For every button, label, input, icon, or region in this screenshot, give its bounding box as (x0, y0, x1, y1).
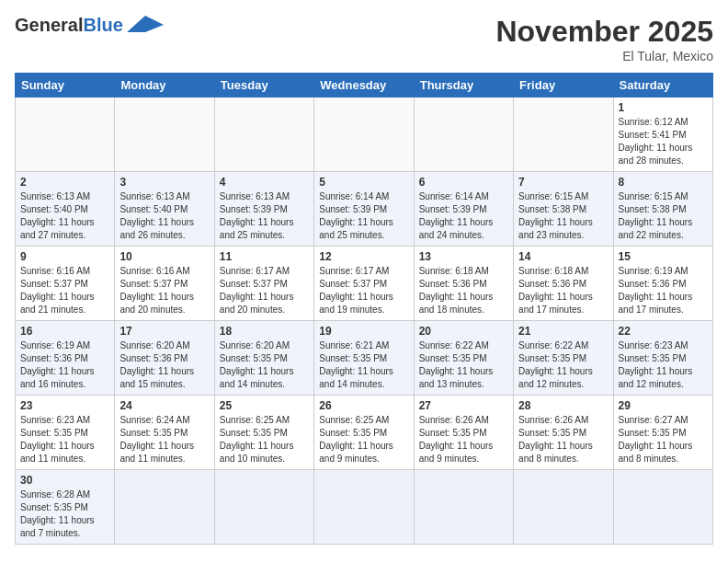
calendar-cell: 3Sunrise: 6:13 AM Sunset: 5:40 PM Daylig… (115, 172, 214, 247)
calendar-cell: 28Sunrise: 6:26 AM Sunset: 5:35 PM Dayli… (514, 396, 613, 470)
day-number: 15 (619, 250, 708, 263)
location: El Tular, Mexico (495, 49, 713, 63)
day-number: 20 (419, 325, 508, 338)
calendar-cell (414, 470, 513, 545)
calendar-cell: 16Sunrise: 6:19 AM Sunset: 5:36 PM Dayli… (16, 321, 115, 396)
calendar-cell: 24Sunrise: 6:24 AM Sunset: 5:35 PM Dayli… (115, 396, 214, 470)
day-info: Sunrise: 6:14 AM Sunset: 5:39 PM Dayligh… (319, 190, 408, 242)
calendar-week-row: 30Sunrise: 6:28 AM Sunset: 5:35 PM Dayli… (16, 470, 713, 545)
day-info: Sunrise: 6:26 AM Sunset: 5:35 PM Dayligh… (419, 414, 508, 465)
day-number: 16 (20, 325, 109, 338)
weekday-header-sunday: Sunday (16, 74, 115, 98)
day-number: 4 (220, 176, 309, 189)
calendar-cell: 26Sunrise: 6:25 AM Sunset: 5:35 PM Dayli… (314, 396, 414, 470)
day-info: Sunrise: 6:13 AM Sunset: 5:40 PM Dayligh… (20, 190, 109, 242)
day-info: Sunrise: 6:27 AM Sunset: 5:35 PM Dayligh… (619, 414, 708, 465)
day-number: 3 (119, 176, 209, 189)
day-number: 13 (419, 250, 508, 263)
day-number: 27 (419, 399, 508, 412)
calendar-header-row: SundayMondayTuesdayWednesdayThursdayFrid… (16, 74, 713, 98)
day-number: 12 (319, 250, 408, 263)
calendar-cell: 25Sunrise: 6:25 AM Sunset: 5:35 PM Dayli… (214, 396, 313, 470)
day-number: 11 (220, 250, 309, 263)
calendar-cell: 23Sunrise: 6:23 AM Sunset: 5:35 PM Dayli… (16, 396, 115, 470)
calendar-cell: 10Sunrise: 6:16 AM Sunset: 5:37 PM Dayli… (115, 247, 214, 321)
day-info: Sunrise: 6:24 AM Sunset: 5:35 PM Dayligh… (119, 414, 209, 465)
calendar-week-row: 9Sunrise: 6:16 AM Sunset: 5:37 PM Daylig… (16, 247, 713, 321)
calendar-cell (613, 470, 712, 545)
calendar-cell: 11Sunrise: 6:17 AM Sunset: 5:37 PM Dayli… (214, 247, 313, 321)
day-number: 18 (220, 325, 309, 338)
day-number: 14 (518, 250, 608, 263)
calendar-cell: 15Sunrise: 6:19 AM Sunset: 5:36 PM Dayli… (613, 247, 712, 321)
day-info: Sunrise: 6:21 AM Sunset: 5:35 PM Dayligh… (319, 339, 408, 391)
calendar-cell: 1Sunrise: 6:12 AM Sunset: 5:41 PM Daylig… (613, 98, 712, 172)
day-number: 8 (619, 176, 708, 189)
day-number: 22 (619, 325, 708, 338)
day-info: Sunrise: 6:13 AM Sunset: 5:39 PM Dayligh… (220, 190, 309, 242)
day-info: Sunrise: 6:13 AM Sunset: 5:40 PM Dayligh… (119, 190, 209, 242)
weekday-header-tuesday: Tuesday (214, 74, 313, 98)
day-info: Sunrise: 6:20 AM Sunset: 5:35 PM Dayligh… (220, 339, 309, 391)
logo-icon (127, 16, 164, 32)
calendar-cell: 17Sunrise: 6:20 AM Sunset: 5:36 PM Dayli… (115, 321, 214, 396)
day-info: Sunrise: 6:17 AM Sunset: 5:37 PM Dayligh… (319, 265, 408, 316)
calendar-cell: 20Sunrise: 6:22 AM Sunset: 5:35 PM Dayli… (414, 321, 513, 396)
day-number: 19 (319, 325, 408, 338)
calendar-week-row: 16Sunrise: 6:19 AM Sunset: 5:36 PM Dayli… (16, 321, 713, 396)
day-number: 1 (619, 101, 708, 114)
day-number: 21 (518, 325, 608, 338)
day-number: 2 (20, 176, 109, 189)
calendar-cell: 4Sunrise: 6:13 AM Sunset: 5:39 PM Daylig… (214, 172, 313, 247)
day-number: 26 (319, 399, 408, 412)
calendar-cell (115, 470, 214, 545)
day-number: 29 (619, 399, 708, 412)
calendar-cell: 5Sunrise: 6:14 AM Sunset: 5:39 PM Daylig… (314, 172, 414, 247)
calendar-week-row: 1Sunrise: 6:12 AM Sunset: 5:41 PM Daylig… (16, 98, 713, 172)
calendar-cell: 9Sunrise: 6:16 AM Sunset: 5:37 PM Daylig… (16, 247, 115, 321)
page-header: General Blue November 2025 El Tular, Mex… (15, 15, 713, 63)
calendar-cell: 21Sunrise: 6:22 AM Sunset: 5:35 PM Dayli… (514, 321, 613, 396)
day-info: Sunrise: 6:12 AM Sunset: 5:41 PM Dayligh… (619, 116, 708, 167)
day-info: Sunrise: 6:18 AM Sunset: 5:36 PM Dayligh… (518, 265, 608, 316)
weekday-header-wednesday: Wednesday (314, 74, 414, 98)
day-info: Sunrise: 6:22 AM Sunset: 5:35 PM Dayligh… (419, 339, 508, 391)
calendar-cell (115, 98, 214, 172)
logo-general: General (15, 15, 83, 36)
weekday-header-thursday: Thursday (414, 74, 513, 98)
calendar-cell: 22Sunrise: 6:23 AM Sunset: 5:35 PM Dayli… (613, 321, 712, 396)
day-info: Sunrise: 6:25 AM Sunset: 5:35 PM Dayligh… (319, 414, 408, 465)
day-number: 17 (119, 325, 209, 338)
day-info: Sunrise: 6:19 AM Sunset: 5:36 PM Dayligh… (20, 339, 109, 391)
day-info: Sunrise: 6:22 AM Sunset: 5:35 PM Dayligh… (518, 339, 608, 391)
day-number: 7 (518, 176, 608, 189)
calendar-week-row: 23Sunrise: 6:23 AM Sunset: 5:35 PM Dayli… (16, 396, 713, 470)
logo: General Blue (15, 15, 164, 36)
day-number: 28 (518, 399, 608, 412)
day-number: 9 (20, 250, 109, 263)
calendar-week-row: 2Sunrise: 6:13 AM Sunset: 5:40 PM Daylig… (16, 172, 713, 247)
day-info: Sunrise: 6:20 AM Sunset: 5:36 PM Dayligh… (119, 339, 209, 391)
month-title: November 2025 (495, 15, 713, 49)
calendar-cell: 13Sunrise: 6:18 AM Sunset: 5:36 PM Dayli… (414, 247, 513, 321)
day-info: Sunrise: 6:23 AM Sunset: 5:35 PM Dayligh… (20, 414, 109, 465)
day-info: Sunrise: 6:19 AM Sunset: 5:36 PM Dayligh… (619, 265, 708, 316)
day-number: 10 (119, 250, 209, 263)
day-number: 6 (419, 176, 508, 189)
day-info: Sunrise: 6:16 AM Sunset: 5:37 PM Dayligh… (20, 265, 109, 316)
calendar-table: SundayMondayTuesdayWednesdayThursdayFrid… (15, 73, 713, 545)
calendar-cell: 8Sunrise: 6:15 AM Sunset: 5:38 PM Daylig… (613, 172, 712, 247)
day-info: Sunrise: 6:26 AM Sunset: 5:35 PM Dayligh… (518, 414, 608, 465)
calendar-cell (214, 470, 313, 545)
calendar-cell (514, 98, 613, 172)
weekday-header-saturday: Saturday (613, 74, 712, 98)
day-number: 30 (20, 474, 109, 487)
calendar-cell: 6Sunrise: 6:14 AM Sunset: 5:39 PM Daylig… (414, 172, 513, 247)
day-info: Sunrise: 6:15 AM Sunset: 5:38 PM Dayligh… (518, 190, 608, 242)
day-number: 23 (20, 399, 109, 412)
weekday-header-friday: Friday (514, 74, 613, 98)
day-info: Sunrise: 6:17 AM Sunset: 5:37 PM Dayligh… (220, 265, 309, 316)
calendar-cell: 19Sunrise: 6:21 AM Sunset: 5:35 PM Dayli… (314, 321, 414, 396)
calendar-cell (314, 98, 414, 172)
calendar-cell (314, 470, 414, 545)
